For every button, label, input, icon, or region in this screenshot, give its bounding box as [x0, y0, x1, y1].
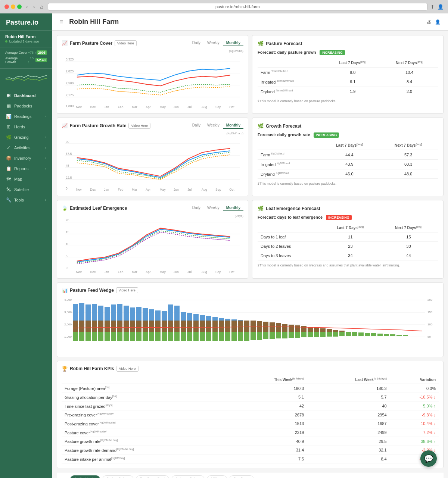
filter-dry-cows[interactable]: Dry Cows	[229, 475, 253, 478]
svg-rect-166	[276, 323, 281, 332]
svg-rect-194	[384, 334, 389, 336]
table-row: Post-grazing cover[KgDM/ha.day] 1513 168…	[62, 419, 439, 428]
chat-button[interactable]: 💬	[420, 450, 437, 467]
svg-rect-161	[257, 332, 262, 340]
pasture-cover-card: 📈 Farm Pasture Cover Video Here Daily We…	[57, 35, 248, 114]
filter-bar: ▼ All Paddocks Spring Calves Dry Cows Se…	[57, 472, 444, 478]
svg-rect-142	[212, 321, 218, 332]
print-icon[interactable]: 🖨	[427, 19, 431, 25]
svg-rect-169	[282, 332, 287, 338]
leaf-icon: 🍃	[62, 205, 68, 211]
filter-dry-cows-sept[interactable]: Dry Cows Sept	[136, 475, 169, 478]
activities-icon: ✓	[6, 145, 11, 150]
bar-chart-icon: 📊	[62, 288, 68, 293]
svg-rect-79	[79, 321, 84, 332]
growth-forecast-table: Last 7 Days[avg] Next 7 Days[avg] Farm K…	[258, 141, 438, 179]
back-button[interactable]: ‹	[25, 3, 29, 10]
growth-rate-header: 📈 Farm Pasture Growth Rate Video Here Da…	[62, 122, 243, 129]
home-button[interactable]: ⌂	[38, 3, 44, 10]
svg-text:67.5: 67.5	[66, 152, 72, 156]
svg-rect-185	[333, 332, 338, 337]
tab-weekly[interactable]: Weekly	[204, 40, 223, 46]
sidebar-item-reports[interactable]: 📋 Reports ›	[0, 163, 52, 174]
svg-rect-107	[136, 332, 141, 341]
tab-weekly[interactable]: Weekly	[204, 205, 223, 211]
svg-rect-134	[193, 332, 199, 341]
sidebar-item-paddocks[interactable]: ▦ Paddocks	[0, 101, 52, 111]
sidebar-item-tools[interactable]: 🔧 Tools ›	[0, 195, 52, 205]
sidebar-item-activities[interactable]: ✓ Activities ›	[0, 143, 52, 153]
maximize-dot[interactable]	[17, 4, 22, 9]
svg-rect-139	[206, 321, 211, 332]
chevron-right-icon: ›	[45, 135, 46, 139]
leaf-emergence-header: 🍃 Estimated Leaf Emergence Daily Weekly …	[62, 205, 243, 211]
sidebar-item-satellite[interactable]: 🛰 Satellite	[0, 184, 52, 195]
filter-spring-calves[interactable]: Spring Calves	[102, 475, 134, 478]
svg-rect-127	[181, 321, 186, 332]
forward-button[interactable]: ›	[32, 3, 37, 10]
filter-all-paddocks[interactable]: All Paddocks	[70, 475, 100, 478]
svg-text:Feb: Feb	[118, 105, 124, 109]
close-dot[interactable]	[4, 4, 9, 9]
increasing-badge: INCREASING	[314, 132, 339, 138]
pasture-forecast-header: Forecast: daily pasture grown INCREASING	[258, 50, 438, 54]
leaf-emergence-tabs: Daily Weekly Monthly	[189, 205, 243, 211]
tab-monthly[interactable]: Monthly	[223, 122, 243, 129]
sidebar-item-herds[interactable]: ⊞ Herds	[0, 122, 52, 132]
person-icon[interactable]: 👤	[438, 4, 444, 10]
svg-rect-117	[162, 311, 167, 321]
svg-text:200: 200	[427, 298, 433, 302]
svg-rect-154	[238, 321, 243, 332]
tab-monthly[interactable]: Monthly	[223, 205, 243, 211]
svg-rect-115	[155, 321, 161, 332]
filter-autumn-calves[interactable]: Autumn Calves	[171, 475, 205, 478]
svg-rect-102	[130, 307, 135, 321]
growth-tabs: Daily Weekly Monthly	[189, 122, 243, 129]
tab-daily[interactable]: Daily	[189, 122, 203, 129]
sidebar-item-inventory[interactable]: 📦 Inventory ›	[0, 153, 52, 163]
user-icon[interactable]: 👤	[435, 19, 441, 25]
growth-video-button[interactable]: Video Here	[128, 123, 150, 129]
y-axis-label: (Days)	[234, 214, 243, 218]
sidebar-item-grazing[interactable]: 🌿 Grazing ›	[0, 132, 52, 143]
sidebar-item-label: Readings	[14, 114, 31, 119]
growth-forecast-note: This model is currently based on pasture…	[258, 182, 438, 185]
svg-rect-143	[212, 332, 218, 341]
tab-weekly[interactable]: Weekly	[204, 122, 223, 129]
svg-text:Dec: Dec	[90, 105, 96, 109]
video-here-button[interactable]: Video Here	[115, 40, 137, 46]
svg-text:Mar: Mar	[132, 188, 137, 191]
hamburger-menu[interactable]: ≡	[60, 19, 63, 25]
svg-text:Apr: Apr	[146, 270, 150, 274]
share-icon[interactable]: ⬆	[430, 4, 435, 10]
feed-wedge-video-button[interactable]: Video Here	[116, 287, 138, 293]
sidebar-item-readings[interactable]: 📊 Readings ›	[0, 111, 52, 122]
growth-chart-svg: 90 67.5 45 22.5 0	[62, 132, 243, 191]
sidebar-item-label: Reports	[14, 166, 29, 171]
kpi-video-button[interactable]: Video Here	[116, 366, 139, 372]
svg-rect-149	[225, 332, 230, 341]
sidebar-item-map[interactable]: 🗺 Map	[0, 174, 52, 184]
tab-daily[interactable]: Daily	[189, 205, 203, 211]
browser-actions: ⬆ 👤	[430, 4, 444, 10]
minimize-dot[interactable]	[11, 4, 15, 9]
svg-text:Jul: Jul	[187, 105, 192, 109]
svg-rect-75	[73, 304, 78, 321]
dashboard-grid: 📈 Farm Pasture Cover Video Here Daily We…	[52, 31, 448, 478]
sidebar-item-label: Paddocks	[14, 104, 32, 108]
svg-text:Nov: Nov	[76, 105, 82, 109]
svg-text:Nov: Nov	[76, 188, 82, 191]
sidebar: Pasture.io Robin Hill Farm Updated 2 day…	[0, 13, 52, 478]
filter-milkers[interactable]: Milkers	[207, 475, 227, 478]
sidebar-item-dashboard[interactable]: ⊞ Dashboard	[0, 90, 52, 101]
leaf-icon: 🌿	[258, 41, 264, 46]
paddocks-icon: ▦	[6, 103, 11, 109]
address-bar[interactable]: pasture.io/robin-hill-farm	[48, 3, 427, 10]
sidebar-item-label: Activities	[14, 146, 30, 150]
svg-text:Feb: Feb	[118, 188, 124, 191]
tab-monthly[interactable]: Monthly	[223, 40, 243, 46]
growth-rate-title: 📈 Farm Pasture Growth Rate Video Here	[62, 123, 150, 129]
sidebar-item-label: Satellite	[14, 187, 29, 192]
browser-nav: ‹ › ⌂	[25, 3, 45, 10]
tab-daily[interactable]: Daily	[189, 40, 203, 46]
